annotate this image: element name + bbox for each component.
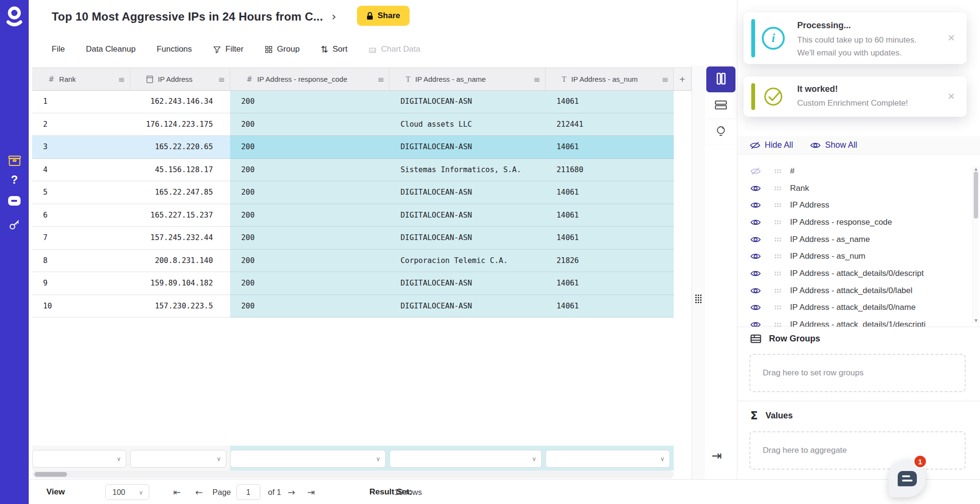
column-list-item-rank[interactable]: Rank xyxy=(737,180,972,197)
cell[interactable]: DIGITALOCEAN-ASN xyxy=(390,272,546,295)
collapse-panel-icon[interactable]: ⇥ xyxy=(712,449,722,463)
column-list-item-ip-address-attack-details-0-descript[interactable]: IP Address - attack_details/0/descript xyxy=(737,265,972,282)
filter-select-rank[interactable]: ∨ xyxy=(32,450,126,468)
column-header-ip-address-response-code[interactable]: #IP Address - response_code≡ xyxy=(230,68,390,90)
cell[interactable]: 14061 xyxy=(546,136,674,159)
drag-handle-icon[interactable] xyxy=(774,220,781,225)
cell[interactable]: 159.89.104.182 xyxy=(130,272,230,295)
column-list-item-ip-address-as-num[interactable]: IP Address - as_num xyxy=(737,248,972,265)
eye-icon[interactable] xyxy=(750,252,762,260)
cell[interactable]: DIGITALOCEAN-ASN xyxy=(390,90,546,113)
column-header-ip-address-as-name[interactable]: TIP Address - as_name≡ xyxy=(390,68,546,90)
close-icon[interactable]: ✕ xyxy=(947,33,955,43)
breadcrumb-chevron-icon[interactable]: › xyxy=(332,10,336,23)
share-button[interactable]: Share xyxy=(357,6,410,26)
menu-item-sort[interactable]: ⇅Sort xyxy=(321,44,347,54)
column-list-item-ip-address-attack-details-0-label[interactable]: IP Address - attack_details/0/label xyxy=(737,282,972,299)
cell[interactable]: 14061 xyxy=(546,90,674,113)
cell[interactable]: 200 xyxy=(230,227,390,250)
cell[interactable]: 200 xyxy=(230,136,390,159)
filter-select-ip-address-as-name[interactable]: ∨ xyxy=(390,450,542,468)
values-dropzone[interactable]: Drag here to aggregate xyxy=(749,431,966,470)
table-row-8[interactable]: 8200.8.231.140200Corporacion Telemic C.A… xyxy=(32,250,674,273)
table-row-9[interactable]: 9159.89.104.182200DIGITALOCEAN-ASN14061 xyxy=(32,272,674,295)
column-menu-icon[interactable]: ≡ xyxy=(534,75,540,84)
eye-icon[interactable] xyxy=(750,201,762,209)
chat-message-icon[interactable] xyxy=(0,196,29,206)
drag-handle-icon[interactable] xyxy=(774,186,781,191)
menu-item-filter[interactable]: Filter xyxy=(213,44,244,54)
page-number-input[interactable] xyxy=(236,484,260,500)
eye-icon[interactable] xyxy=(750,304,762,311)
eye-icon[interactable] xyxy=(750,219,762,226)
cell[interactable]: 4 xyxy=(32,159,130,182)
support-chat-button[interactable]: 1 xyxy=(889,460,926,497)
column-list-item-ip-address[interactable]: IP Address xyxy=(737,197,972,214)
hide-all-button[interactable]: Hide All xyxy=(750,140,793,150)
cell[interactable]: DIGITALOCEAN-ASN xyxy=(390,181,546,204)
help-icon[interactable]: ? xyxy=(0,173,29,186)
column-menu-icon[interactable]: ≡ xyxy=(118,75,125,84)
column-list-item-ip-address-as-name[interactable]: IP Address - as_name xyxy=(737,231,972,248)
column-list-item--[interactable]: # xyxy=(737,163,972,180)
panel-scrollbar-thumb[interactable] xyxy=(974,172,978,219)
tab-rows[interactable] xyxy=(706,93,735,119)
column-header-ip-address-as-num[interactable]: TIP Address - as_num≡ xyxy=(546,68,674,90)
table-row-1[interactable]: 1162.243.146.34200DIGITALOCEAN-ASN14061 xyxy=(32,90,674,113)
menu-item-group[interactable]: Group xyxy=(265,44,300,54)
cell[interactable]: 8 xyxy=(32,250,130,273)
cell[interactable]: 200 xyxy=(230,159,390,182)
gigasheet-logo-icon[interactable] xyxy=(5,5,24,28)
cell[interactable]: 5 xyxy=(32,181,130,204)
cell[interactable]: 157.230.223.5 xyxy=(130,295,230,318)
column-list-item-ip-address-attack-details-1-descripti[interactable]: IP Address - attack_details/1/descripti xyxy=(737,316,972,327)
menu-item-functions[interactable]: Functions xyxy=(156,44,192,54)
cell[interactable]: 200.8.231.140 xyxy=(130,250,230,273)
cell[interactable]: 157.245.232.44 xyxy=(130,227,230,250)
cell[interactable]: 14061 xyxy=(546,227,674,250)
table-row-5[interactable]: 5165.22.247.85200DIGITALOCEAN-ASN14061 xyxy=(32,181,674,204)
horizontal-scrollbar-thumb[interactable] xyxy=(34,472,67,477)
filter-select-ip-address-response-code[interactable]: ∨ xyxy=(230,450,386,468)
cell[interactable]: 200 xyxy=(230,250,390,273)
tab-columns[interactable] xyxy=(706,66,735,93)
close-icon[interactable]: ✕ xyxy=(947,91,955,101)
drag-handle-icon[interactable] xyxy=(774,237,781,242)
cell[interactable]: 176.124.223.175 xyxy=(130,113,230,136)
cell[interactable]: Sistemas Informaticos, S.A. xyxy=(390,159,546,182)
cell[interactable]: 200 xyxy=(230,295,390,318)
cell[interactable]: DIGITALOCEAN-ASN xyxy=(390,227,546,250)
cell[interactable]: 14061 xyxy=(546,204,674,227)
table-row-4[interactable]: 445.156.128.17200Sistemas Informaticos, … xyxy=(32,159,674,182)
cell[interactable]: 7 xyxy=(32,227,130,250)
table-row-7[interactable]: 7157.245.232.44200DIGITALOCEAN-ASN14061 xyxy=(32,227,674,250)
filter-select-ip-address[interactable]: ∨ xyxy=(130,450,226,468)
eye-icon[interactable] xyxy=(750,236,762,243)
column-header-ip-address[interactable]: IP Address≡ xyxy=(130,68,230,90)
cell[interactable]: 165.22.247.85 xyxy=(130,181,230,204)
eye-icon[interactable] xyxy=(750,321,762,327)
column-menu-icon[interactable]: ≡ xyxy=(378,75,384,84)
cell[interactable]: 1 xyxy=(32,90,130,113)
add-column-button[interactable]: + xyxy=(674,68,691,90)
table-row-6[interactable]: 6165.227.15.237200DIGITALOCEAN-ASN14061 xyxy=(32,204,674,227)
drag-handle-icon[interactable] xyxy=(774,271,781,276)
library-archive-icon[interactable] xyxy=(0,155,29,169)
key-icon[interactable] xyxy=(0,218,29,233)
table-row-10[interactable]: 10157.230.223.5200DIGITALOCEAN-ASN14061 xyxy=(32,295,674,318)
drag-handle-icon[interactable] xyxy=(774,322,781,327)
menu-item-data-cleanup[interactable]: Data Cleanup xyxy=(86,44,135,54)
eye-icon[interactable] xyxy=(750,287,762,295)
cell[interactable]: Corporacion Telemic C.A. xyxy=(390,250,546,273)
drag-handle-icon[interactable] xyxy=(774,288,781,293)
next-page-icon[interactable]: → xyxy=(288,487,295,497)
cell[interactable]: 200 xyxy=(230,272,390,295)
last-page-icon[interactable]: ⇥ xyxy=(307,487,315,497)
cell[interactable]: 162.243.146.34 xyxy=(130,90,230,113)
column-menu-icon[interactable]: ≡ xyxy=(662,75,668,84)
cell[interactable]: 200 xyxy=(230,113,390,136)
column-list-item-ip-address-attack-details-0-name[interactable]: IP Address - attack_details/0/name xyxy=(737,299,972,317)
cell[interactable]: 10 xyxy=(32,295,130,318)
cell[interactable]: Cloud assets LLC xyxy=(390,113,546,136)
cell[interactable]: 21826 xyxy=(546,250,674,273)
